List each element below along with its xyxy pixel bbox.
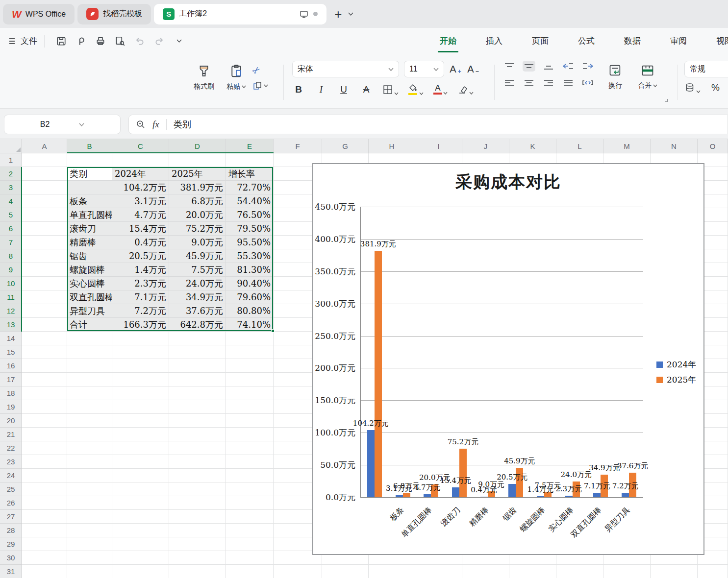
row-header-2[interactable]: 2 bbox=[0, 167, 22, 181]
format-painter-button[interactable]: 格式刷 bbox=[188, 61, 220, 91]
row-header-29[interactable]: 29 bbox=[0, 537, 22, 551]
table-cell-D4[interactable]: 6.8万元 bbox=[169, 194, 226, 208]
row-header-13[interactable]: 13 bbox=[0, 318, 22, 332]
column-header-B[interactable]: B bbox=[67, 139, 112, 153]
row-header-22[interactable]: 22 bbox=[0, 441, 22, 455]
table-cell-B4[interactable]: 板条 bbox=[67, 194, 112, 208]
column-header-J[interactable]: J bbox=[462, 139, 509, 153]
ribbon-tab-view[interactable]: 视图 bbox=[715, 32, 728, 49]
row-header-6[interactable]: 6 bbox=[0, 222, 22, 236]
row-header-5[interactable]: 5 bbox=[0, 208, 22, 222]
column-header-K[interactable]: K bbox=[509, 139, 556, 153]
table-cell-E7[interactable]: 95.50% bbox=[226, 236, 274, 249]
bar-2024年-螺旋圆棒[interactable] bbox=[537, 496, 544, 497]
column-header-D[interactable]: D bbox=[169, 139, 226, 153]
print-button[interactable] bbox=[91, 32, 110, 50]
table-cell-D6[interactable]: 75.2万元 bbox=[169, 222, 226, 236]
table-cell-B12[interactable]: 异型刀具 bbox=[67, 304, 112, 318]
table-cell-C5[interactable]: 4.7万元 bbox=[112, 208, 169, 222]
cut-button[interactable]: ✂ bbox=[252, 65, 260, 75]
row-header-27[interactable]: 27 bbox=[0, 510, 22, 524]
table-cell-B10[interactable]: 实心圆棒 bbox=[67, 277, 112, 290]
table-cell-E6[interactable]: 79.50% bbox=[226, 222, 274, 236]
tab-list-chevron-icon[interactable] bbox=[348, 12, 354, 16]
ribbon-tab-data[interactable]: 数据 bbox=[623, 32, 642, 49]
row-header-9[interactable]: 9 bbox=[0, 263, 22, 277]
table-cell-C12[interactable]: 7.2万元 bbox=[112, 304, 169, 318]
row-header-4[interactable]: 4 bbox=[0, 194, 22, 208]
table-cell-C8[interactable]: 20.5万元 bbox=[112, 249, 169, 263]
row-header-21[interactable]: 21 bbox=[0, 428, 22, 441]
fill-handle[interactable] bbox=[271, 329, 275, 333]
fill-color-button[interactable] bbox=[408, 84, 424, 95]
ribbon-tab-review[interactable]: 审阅 bbox=[669, 32, 688, 49]
distributed-align-button[interactable] bbox=[581, 77, 594, 88]
bar-2024年-板条[interactable] bbox=[396, 495, 403, 497]
ribbon-tab-home[interactable]: 开始 bbox=[439, 32, 457, 49]
row-header-31[interactable]: 31 bbox=[0, 565, 22, 578]
table-cell-E3[interactable]: 72.70% bbox=[226, 181, 274, 194]
new-tab-button[interactable]: + bbox=[334, 8, 342, 21]
export-pdf-button[interactable] bbox=[71, 32, 91, 50]
strikethrough-button[interactable]: A bbox=[360, 84, 373, 95]
table-cell-E4[interactable]: 54.40% bbox=[226, 194, 274, 208]
table-cell-D2[interactable]: 2025年 bbox=[169, 167, 226, 181]
table-cell-B7[interactable]: 精磨棒 bbox=[67, 236, 112, 249]
ribbon-tab-insert[interactable]: 插入 bbox=[485, 32, 503, 49]
row-header-19[interactable]: 19 bbox=[0, 400, 22, 414]
table-cell-C9[interactable]: 1.4万元 bbox=[112, 263, 169, 277]
row-header-14[interactable]: 14 bbox=[0, 332, 22, 345]
percent-format-button[interactable]: % bbox=[711, 82, 720, 93]
column-header-F[interactable]: F bbox=[274, 139, 322, 153]
table-cell-C2[interactable]: 2024年 bbox=[112, 167, 169, 181]
bar-2024年-异型刀具[interactable] bbox=[622, 493, 629, 497]
column-header-C[interactable]: C bbox=[112, 139, 169, 153]
number-format-select[interactable]: 常规 bbox=[684, 61, 728, 77]
column-header-L[interactable]: L bbox=[556, 139, 603, 153]
table-cell-E10[interactable]: 90.40% bbox=[226, 277, 274, 290]
column-header-G[interactable]: G bbox=[322, 139, 369, 153]
chevron-down-icon[interactable] bbox=[79, 123, 84, 126]
copy-button[interactable] bbox=[252, 80, 268, 91]
bold-button[interactable]: B bbox=[292, 84, 305, 95]
row-header-15[interactable]: 15 bbox=[0, 345, 22, 359]
row-header-30[interactable]: 30 bbox=[0, 551, 22, 565]
legend-item-2025年[interactable]: 2025年 bbox=[656, 374, 696, 385]
row-header-8[interactable]: 8 bbox=[0, 249, 22, 263]
increase-indent-button[interactable] bbox=[581, 61, 594, 72]
row-header-7[interactable]: 7 bbox=[0, 236, 22, 249]
table-cell-C10[interactable]: 2.3万元 bbox=[112, 277, 169, 290]
ribbon-tab-page[interactable]: 页面 bbox=[531, 32, 550, 49]
table-cell-C4[interactable]: 3.1万元 bbox=[112, 194, 169, 208]
table-cell-B6[interactable]: 滚齿刀 bbox=[67, 222, 112, 236]
align-bottom-button[interactable] bbox=[542, 61, 555, 72]
column-header-O[interactable]: O bbox=[698, 139, 728, 153]
more-commands-chevron-icon[interactable] bbox=[169, 32, 189, 50]
bar-2024年-精磨棒[interactable] bbox=[480, 497, 488, 497]
table-cell-E2[interactable]: 增长率 bbox=[226, 167, 274, 181]
sheet-grid[interactable]: ABCDEFGHIJKLMNO1234567891011121314151617… bbox=[0, 139, 728, 578]
table-cell-B2[interactable]: 类别 bbox=[67, 167, 112, 181]
increase-font-button[interactable]: A+ bbox=[449, 64, 462, 75]
row-header-26[interactable]: 26 bbox=[0, 496, 22, 510]
row-header-24[interactable]: 24 bbox=[0, 469, 22, 482]
bar-2024年-单直孔圆棒[interactable] bbox=[424, 494, 431, 497]
tab-docer-templates[interactable]: 找稻壳模板 bbox=[77, 4, 151, 24]
table-cell-D5[interactable]: 20.0万元 bbox=[169, 208, 226, 222]
row-header-25[interactable]: 25 bbox=[0, 482, 22, 496]
table-cell-C11[interactable]: 7.1万元 bbox=[112, 290, 169, 304]
align-top-button[interactable] bbox=[503, 61, 516, 72]
table-cell-D11[interactable]: 34.9万元 bbox=[169, 290, 226, 304]
formula-input-area[interactable]: fx 类别 bbox=[128, 115, 728, 134]
row-header-16[interactable]: 16 bbox=[0, 359, 22, 373]
name-box[interactable]: B2 bbox=[4, 115, 121, 134]
undo-button[interactable] bbox=[130, 32, 150, 50]
row-header-1[interactable]: 1 bbox=[0, 153, 22, 167]
bar-2025年-板条[interactable] bbox=[403, 493, 410, 497]
merge-cells-button[interactable]: 合并 bbox=[631, 61, 664, 90]
table-cell-E11[interactable]: 79.60% bbox=[226, 290, 274, 304]
underline-button[interactable]: U bbox=[337, 84, 350, 95]
row-header-18[interactable]: 18 bbox=[0, 386, 22, 400]
row-header-17[interactable]: 17 bbox=[0, 373, 22, 386]
row-header-12[interactable]: 12 bbox=[0, 304, 22, 318]
